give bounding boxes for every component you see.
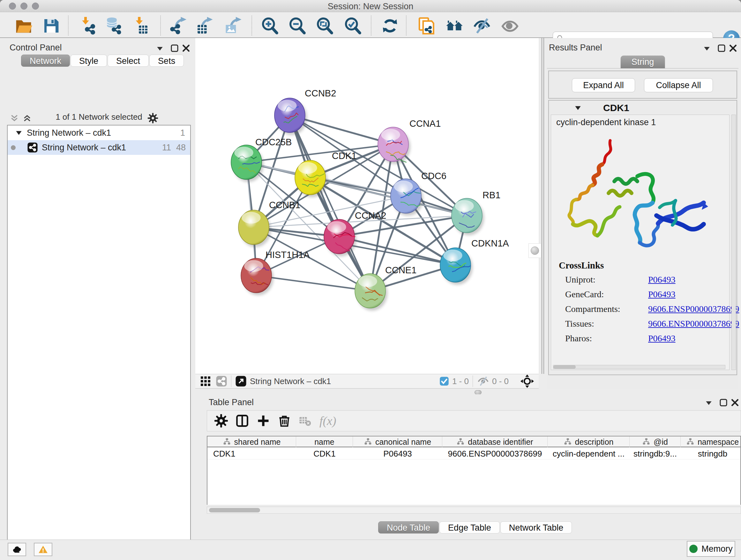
- results-panel-menu-icon[interactable]: [702, 44, 712, 53]
- hide-unhide-button[interactable]: [473, 17, 491, 35]
- crosslink-link[interactable]: 9606.ENSP00000378699: [648, 304, 739, 314]
- zoom-fit-button[interactable]: [316, 17, 334, 35]
- refresh-button[interactable]: [381, 17, 399, 35]
- node-CCNA1[interactable]: [378, 127, 410, 164]
- hidden-eye-slash-icon[interactable]: [477, 375, 489, 387]
- collection-expand-icon[interactable]: [15, 129, 23, 137]
- cell-description[interactable]: cyclin-dependent ...: [548, 448, 630, 459]
- node-table[interactable]: shared namenamecanonical namedatabase id…: [207, 436, 741, 505]
- results-panel-float-icon[interactable]: [717, 44, 726, 53]
- crosslink-link[interactable]: P06493: [648, 274, 676, 285]
- results-splitter-handle[interactable]: [529, 243, 541, 258]
- memory-status-dot: [689, 545, 697, 553]
- results-panel-close-icon[interactable]: [728, 44, 738, 53]
- cloud-button[interactable]: [8, 543, 26, 556]
- cell-canonical-name[interactable]: P06493: [353, 448, 442, 459]
- column-header-name[interactable]: name: [296, 436, 353, 447]
- crosslinks-scrollbar[interactable]: [553, 365, 725, 369]
- node-CDC25B[interactable]: [231, 145, 264, 182]
- node-CCNE1[interactable]: [355, 273, 387, 311]
- network-collection-row[interactable]: String Network – cdk1 1: [8, 125, 190, 140]
- results-splitter[interactable]: [542, 38, 544, 374]
- grid-view-icon[interactable]: [200, 375, 211, 387]
- column-header-namespace[interactable]: namespace: [681, 436, 741, 447]
- crosslink-link[interactable]: 9606.ENSP00000378699: [648, 319, 739, 329]
- crosslink-link[interactable]: P06493: [648, 289, 676, 300]
- cell-namespace[interactable]: stringdb: [681, 448, 741, 459]
- node-CDK1[interactable]: [295, 160, 327, 197]
- cell-shared-name[interactable]: CDK1: [207, 448, 296, 459]
- show-columns-icon[interactable]: [235, 414, 249, 428]
- tab-select[interactable]: Select: [108, 55, 149, 67]
- delete-column-icon[interactable]: [277, 414, 291, 428]
- import-network-button[interactable]: [78, 17, 96, 35]
- scrollbar-thumb[interactable]: [553, 365, 576, 369]
- selected-checkbox-icon[interactable]: [440, 376, 449, 386]
- tab-sets[interactable]: Sets: [149, 55, 184, 67]
- tab-network-table[interactable]: Network Table: [500, 521, 572, 534]
- tab-node-table[interactable]: Node Table: [378, 521, 439, 534]
- birds-eye-view-icon[interactable]: [520, 374, 534, 388]
- export-table-button[interactable]: [195, 17, 213, 35]
- scrollbar-thumb[interactable]: [209, 508, 260, 512]
- network-share-gray-icon[interactable]: [216, 375, 227, 387]
- import-database-button[interactable]: [105, 17, 123, 35]
- control-panel-menu-icon[interactable]: [155, 44, 165, 53]
- column-header-description[interactable]: description: [548, 436, 630, 447]
- table-panel-close-icon[interactable]: [730, 398, 740, 408]
- column-header-shared-name[interactable]: shared name: [207, 436, 296, 447]
- protein-vertical-scrollbar[interactable]: [731, 115, 736, 370]
- node-CDC6[interactable]: [391, 179, 423, 216]
- table-panel-menu-icon[interactable]: [704, 398, 714, 408]
- duplicate-network-icon: [417, 17, 434, 35]
- tab-network[interactable]: Network: [21, 55, 70, 67]
- home-views-button[interactable]: [446, 17, 463, 35]
- network-canvas[interactable]: CCNB2CCNA1CDC25BCDK1CDC6RB1CCNB1CCNA2CDK…: [195, 38, 539, 374]
- duplicate-network-button[interactable]: [417, 17, 434, 35]
- memory-button[interactable]: Memory: [687, 541, 735, 557]
- network-options-gear-icon[interactable]: [147, 113, 158, 124]
- tab-style[interactable]: Style: [71, 55, 107, 67]
- table-splitter-handle[interactable]: [475, 390, 482, 395]
- protein-section-header[interactable]: CDK1: [549, 101, 737, 115]
- control-panel-float-icon[interactable]: [170, 44, 179, 53]
- zoom-selected-button[interactable]: [344, 17, 362, 35]
- crosslink-link[interactable]: P06493: [648, 333, 676, 344]
- column-header-database-identifier[interactable]: database identifier: [442, 436, 548, 447]
- save-session-button[interactable]: [42, 17, 60, 35]
- import-table-button[interactable]: [131, 17, 149, 35]
- node-RB1[interactable]: [452, 198, 484, 235]
- column-header-@id[interactable]: @id: [630, 436, 681, 447]
- warning-button[interactable]: [34, 543, 52, 556]
- node-CCNA2[interactable]: [324, 219, 356, 256]
- node-HIST1H1A[interactable]: [241, 258, 273, 295]
- export-image-button[interactable]: [224, 17, 242, 35]
- table-data-row[interactable]: CDK1CDK1P064939606.ENSP00000378699cyclin…: [207, 448, 740, 459]
- section-collapse-icon[interactable]: [574, 104, 582, 112]
- open-session-button[interactable]: [15, 17, 32, 35]
- cell-@id[interactable]: stringdb:9...: [630, 448, 681, 459]
- network-graph[interactable]: CCNB2CCNA1CDC25BCDK1CDC6RB1CCNB1CCNA2CDK…: [195, 38, 539, 374]
- collapse-all-button[interactable]: Collapse All: [644, 78, 713, 92]
- node-CDKN1A[interactable]: [440, 248, 473, 285]
- create-column-icon[interactable]: [256, 414, 270, 428]
- expand-all-button[interactable]: Expand All: [572, 78, 635, 92]
- open-in-window-icon[interactable]: [235, 375, 247, 387]
- network-status-bar: String Network – cdk1 1 - 0 0 - 0: [195, 374, 539, 388]
- table-horizontal-scrollbar[interactable]: [207, 507, 741, 514]
- network-row[interactable]: String Network – cdk1 11 48: [8, 140, 190, 155]
- node-CCNB2[interactable]: [274, 98, 307, 135]
- zoom-in-button[interactable]: [261, 17, 279, 35]
- zoom-out-button[interactable]: [288, 17, 307, 35]
- cell-name[interactable]: CDK1: [296, 448, 353, 459]
- tab-string[interactable]: String: [621, 56, 665, 68]
- delete-table-icon-disabled: [298, 414, 311, 428]
- table-options-gear-icon[interactable]: [214, 414, 228, 428]
- control-panel-close-icon[interactable]: [181, 44, 191, 53]
- show-view-button[interactable]: [501, 17, 519, 35]
- export-network-button[interactable]: [170, 17, 188, 35]
- tab-edge-table[interactable]: Edge Table: [440, 521, 500, 534]
- column-header-canonical-name[interactable]: canonical name: [353, 436, 442, 447]
- cell-database-identifier[interactable]: 9606.ENSP00000378699: [442, 448, 548, 459]
- table-panel-float-icon[interactable]: [719, 398, 728, 408]
